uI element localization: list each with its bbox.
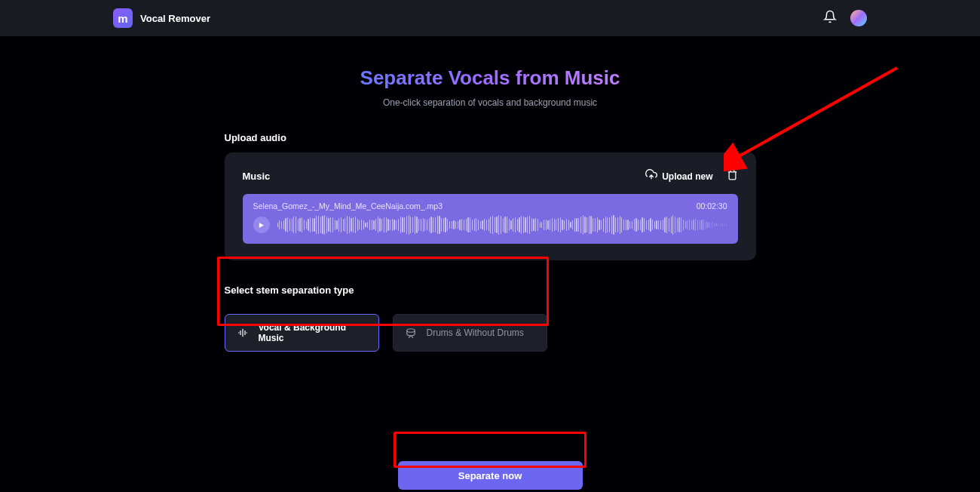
drums-icon (404, 326, 418, 340)
svg-point-0 (406, 329, 415, 333)
audio-track: Selena_Gomez_-_My_Mind_Me_CeeNaija.com_.… (243, 194, 738, 244)
page-subtitle: One-click separation of vocals and backg… (383, 97, 597, 108)
stem-option-drums[interactable]: Drums & Without Drums (393, 314, 547, 352)
track-filename: Selena_Gomez_-_My_Mind_Me_CeeNaija.com_.… (253, 201, 443, 211)
stem-option-vocal-bg[interactable]: Vocal & Background Music (225, 314, 379, 352)
delete-button[interactable] (727, 169, 738, 183)
cloud-upload-icon (645, 169, 657, 183)
upload-new-button[interactable]: Upload new (645, 169, 712, 183)
avatar[interactable] (850, 10, 867, 26)
separate-now-button[interactable]: Separate now (398, 461, 583, 490)
sound-wave-icon (236, 326, 250, 340)
music-label: Music (243, 171, 271, 182)
upload-new-label: Upload new (662, 171, 712, 182)
app-logo[interactable]: m (113, 8, 133, 28)
app-name: Vocal Remover (140, 13, 210, 24)
notification-icon[interactable] (823, 10, 837, 26)
track-controls (253, 215, 727, 235)
header-actions (823, 10, 867, 26)
upload-actions: Upload new (645, 169, 737, 183)
waveform[interactable] (277, 215, 727, 235)
stem-options-row: Vocal & Background Music Drums & Without… (225, 314, 756, 352)
app-header: m Vocal Remover (0, 0, 980, 36)
play-icon (258, 222, 265, 229)
track-meta: Selena_Gomez_-_My_Mind_Me_CeeNaija.com_.… (253, 201, 727, 211)
play-button[interactable] (253, 217, 270, 233)
track-duration: 00:02:30 (697, 201, 727, 211)
upload-card-header: Music Upload new (243, 169, 738, 183)
separation-section-label: Select stem separation type (225, 284, 756, 296)
upload-card: Music Upload new (225, 152, 756, 260)
stem-option-label: Drums & Without Drums (427, 327, 524, 338)
header-inner: m Vocal Remover (113, 8, 867, 28)
stem-option-label: Vocal & Background Music (259, 322, 368, 343)
upload-section-label: Upload audio (225, 132, 756, 143)
page-title: Separate Vocals from Music (360, 66, 620, 90)
main-content: Separate Vocals from Music One-click sep… (0, 36, 980, 492)
